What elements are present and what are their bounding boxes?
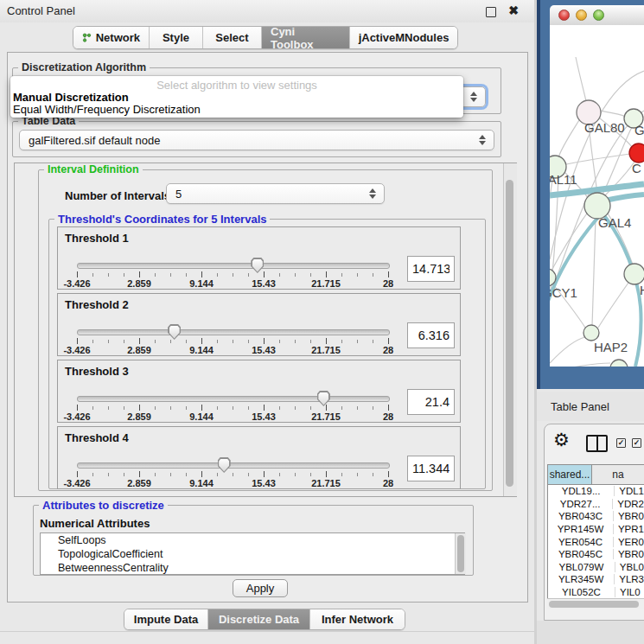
- slider-tick: [264, 271, 265, 277]
- threshold-label: Threshold 3: [65, 365, 129, 378]
- bottom-divider: [0, 631, 534, 632]
- gear-icon[interactable]: ⚙: [553, 430, 570, 449]
- attributes-list-scrollbar[interactable]: [455, 533, 466, 574]
- slider-scale-label: 15.43: [252, 478, 276, 488]
- list-item[interactable]: SelfLoops: [41, 533, 464, 547]
- algorithm-dropdown-popup: Select algorithm to view settings Manual…: [10, 76, 463, 118]
- slider-scale-label: 9.144: [189, 278, 214, 289]
- network-node[interactable]: [610, 360, 628, 367]
- num-intervals-combobox[interactable]: 5: [166, 183, 385, 204]
- slider-scale-label: -3.426: [63, 278, 90, 289]
- close-traffic-light[interactable]: [558, 10, 570, 21]
- close-icon[interactable]: ✖: [508, 3, 519, 17]
- settings-vertical-scrollbar[interactable]: [503, 163, 517, 496]
- scrollbar-thumb[interactable]: [457, 535, 464, 572]
- table-row[interactable]: YPR145WYPR1: [548, 523, 644, 536]
- network-canvas[interactable]: GAL80GACGAL11GAL4GCY1HHAP2: [550, 25, 644, 367]
- tab-select[interactable]: Select: [203, 27, 262, 48]
- threshold-value-field[interactable]: [407, 256, 455, 282]
- table-row[interactable]: YIL052CYIL0: [548, 586, 644, 599]
- network-window-titlebar[interactable]: [550, 5, 644, 26]
- tab-network[interactable]: Network: [73, 27, 150, 48]
- slider-tick: [217, 340, 218, 343]
- num-intervals-label: Number of Intervals: [65, 189, 170, 202]
- slider-tick: [139, 405, 140, 411]
- threshold-slider[interactable]: [77, 462, 390, 469]
- column-header-name[interactable]: na: [592, 465, 644, 484]
- tab-jactivemnodules[interactable]: jActiveMNodules: [350, 27, 457, 48]
- scrollbar-thumb[interactable]: [549, 601, 639, 608]
- threshold-slider[interactable]: [77, 396, 390, 402]
- slider-tick: [92, 273, 93, 277]
- network-node[interactable]: [583, 325, 599, 341]
- slider-tick: [170, 406, 171, 410]
- tab-discretize-data[interactable]: Discretize Data: [208, 609, 310, 629]
- slider-tick: [155, 340, 156, 343]
- table-row[interactable]: YDL19...YDL1: [548, 485, 644, 498]
- float-window-icon[interactable]: [486, 7, 496, 17]
- threshold-slider[interactable]: [77, 263, 390, 269]
- table-panel-title: Table Panel: [551, 400, 609, 413]
- table-row[interactable]: YBL079WYBL0: [548, 561, 644, 574]
- slider-scale-label: 2.859: [127, 478, 151, 488]
- slider-scale-labels: -3.4262.8599.14415.4321.71528: [58, 411, 460, 422]
- slider-scale-label: 28: [383, 478, 393, 488]
- slider-scale-label: 28: [383, 411, 393, 422]
- table-row[interactable]: YDR27...YDR2: [548, 498, 644, 511]
- slider-tick: [186, 406, 187, 410]
- apply-button[interactable]: Apply: [233, 579, 288, 597]
- table-horizontal-scrollbar[interactable]: [547, 598, 644, 609]
- slider-tick: [170, 340, 171, 343]
- slider-scale-label: -3.426: [63, 411, 90, 422]
- algorithm-group-title: Discretization Algorithm: [18, 61, 150, 73]
- slider-tick: [139, 471, 140, 477]
- table-data-value: galFiltered.sif default node: [29, 134, 160, 147]
- network-node[interactable]: [624, 264, 644, 284]
- table-data-combobox[interactable]: galFiltered.sif default node: [19, 130, 494, 150]
- network-node-label: GCY1: [550, 285, 577, 300]
- slider-tick: [264, 471, 265, 477]
- table-row[interactable]: YBR045CYBR0: [548, 548, 644, 561]
- list-item[interactable]: BetweennessCentrality: [41, 561, 464, 575]
- tab-style[interactable]: Style: [150, 27, 203, 48]
- thresholds-group-title: Threshold's Coordinates for 5 Intervals: [54, 213, 270, 226]
- network-node[interactable]: [629, 143, 644, 163]
- slider-tick: [92, 473, 93, 476]
- tab-cyni-toolbox[interactable]: Cyni Toolbox: [262, 27, 350, 48]
- slider-scale-label: 2.859: [127, 345, 151, 355]
- slider-scale-labels: -3.4262.8599.14415.4321.71528: [58, 478, 460, 488]
- slider-tick: [326, 271, 327, 277]
- dropdown-option-equal-width[interactable]: Equal Width/Frequency Discretization: [13, 103, 201, 116]
- checkbox-icon[interactable]: ✓: [616, 438, 626, 448]
- tab-impute-data[interactable]: Impute Data: [124, 609, 208, 629]
- scrollbar-thumb[interactable]: [506, 180, 513, 487]
- slider-scale-label: 21.715: [311, 478, 341, 488]
- slider-tick: [295, 473, 296, 476]
- column-header-shared[interactable]: shared...: [548, 465, 592, 484]
- threshold-value-field[interactable]: [407, 322, 455, 348]
- table-panel-titlebar: Table Panel: [537, 392, 644, 421]
- zoom-traffic-light[interactable]: [593, 10, 604, 21]
- threshold-1-panel: Threshold 1 -3.4262.8599.14415.4321.7152…: [57, 226, 461, 290]
- table-panel-footer: [537, 621, 644, 644]
- table-row[interactable]: YER054CYER0: [548, 535, 644, 548]
- threshold-slider[interactable]: [77, 329, 390, 335]
- slider-tick: [108, 340, 109, 343]
- tab-infer-network[interactable]: Infer Network: [310, 609, 405, 629]
- threshold-value-field[interactable]: [407, 389, 455, 415]
- slider-tick: [217, 406, 218, 410]
- slider-tick: [341, 406, 342, 410]
- slider-tick: [357, 473, 358, 476]
- list-item[interactable]: TopologicalCoefficient: [41, 547, 464, 561]
- split-columns-icon[interactable]: [586, 435, 608, 452]
- dropdown-option-manual[interactable]: Manual Discretization: [13, 91, 129, 104]
- checkbox-icon[interactable]: ✓: [632, 438, 641, 448]
- slider-scale-label: 9.144: [189, 478, 214, 488]
- threshold-value-field[interactable]: [407, 456, 455, 481]
- minimize-traffic-light[interactable]: [576, 10, 587, 21]
- table-row[interactable]: YLR345WYLR3: [548, 573, 644, 586]
- slider-tick: [373, 473, 373, 476]
- slider-tick: [279, 406, 280, 410]
- table-row[interactable]: YBR043CYBR0: [548, 510, 644, 523]
- node-attribute-table: shared... na YDL19...YDL1 YDR27...YDR2 Y…: [547, 464, 644, 609]
